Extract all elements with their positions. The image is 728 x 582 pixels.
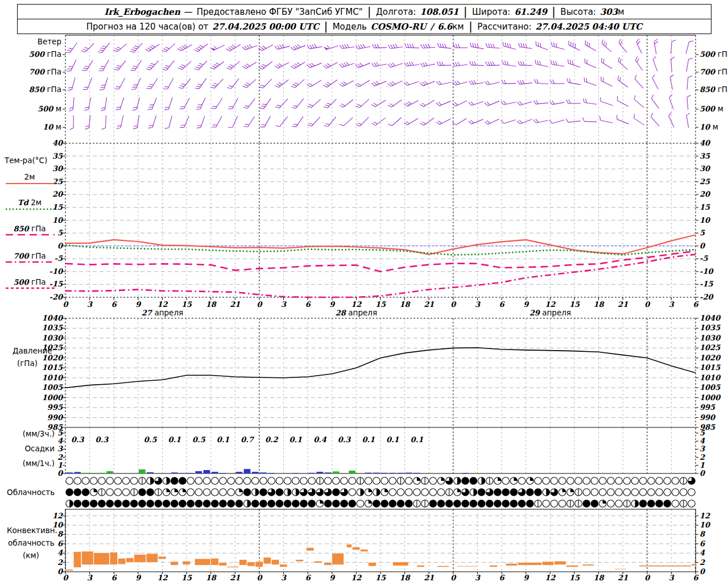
convective-cloud-bar [219, 563, 227, 566]
precipitation-panel: 554433221100(мм/3ч.)Осадки(мм/1ч.)0.30.3… [23, 429, 706, 477]
cloud-cover-symbol [155, 500, 162, 508]
cloud-cover-symbol [268, 500, 275, 508]
convective-cloud-bar [263, 558, 271, 564]
pres-ytick-right: 1035 [700, 323, 721, 332]
precip-3h-amount: 0.3 [71, 435, 85, 444]
cloud-cover-symbol [365, 477, 372, 485]
hour-label: 15 [181, 300, 192, 309]
temp-ytick-left: 5 [57, 228, 63, 237]
precip-3h-amount: 0.1 [411, 435, 424, 444]
cloud-cover-symbol [518, 477, 526, 485]
convective-cloud-bar [518, 563, 541, 566]
bottom-hour-label: 15 [569, 573, 580, 582]
convective-cloud-bar [506, 563, 518, 566]
cloud-cover-symbol [211, 500, 218, 508]
convective-cloud-bar [183, 561, 191, 565]
cloud-cover-symbol [429, 477, 437, 485]
cloud-cover-symbol [98, 500, 106, 508]
precip-bar [171, 472, 178, 473]
convective-cloud-bar [296, 560, 304, 562]
cloud-cover-fill [417, 477, 420, 481]
bottom-hour-label: 0 [63, 573, 69, 582]
convective-title-line: Конвективн. [7, 526, 57, 535]
convective-cloud-bar [271, 560, 279, 565]
precip-title-line: Осадки [24, 444, 55, 453]
convective-cloud-bar [73, 552, 81, 568]
cloud-cover-symbol [187, 500, 195, 508]
cloud-cover-symbol [357, 500, 364, 508]
convective-cloud-bar [437, 566, 449, 567]
bottom-hour-label: 15 [181, 573, 192, 582]
cloud-cover-symbol [607, 489, 615, 496]
cloud-cover-symbol [599, 477, 606, 485]
cloud-cover-symbol [462, 500, 469, 508]
prec-ytick-right: 3 [700, 444, 705, 453]
cloud-cover-symbol [292, 500, 300, 508]
wind-level-label-left: 700 гПа [29, 67, 61, 76]
precip-bar [66, 472, 73, 473]
temp-ytick-right: 15 [700, 203, 710, 211]
wind-level-label-left: 500 гПа [29, 49, 61, 59]
cloud-cover-symbol [114, 500, 122, 508]
temp-ytick-left: -10 [49, 267, 64, 276]
cloud-cover-symbol [437, 489, 445, 496]
pres-ytick-right: 1020 [700, 354, 721, 362]
convective-panel: 121210108866442200Конвективн.облачность(… [7, 512, 711, 576]
bottom-hour-label: 6 [693, 573, 699, 582]
hour-label: 3 [475, 300, 481, 309]
cloud-cover-symbol [284, 500, 291, 508]
cloud-cover-fill [167, 489, 170, 492]
cloud-cover-symbol [179, 477, 187, 485]
precip-bar [220, 473, 226, 473]
cloud-cover-symbol [502, 489, 510, 496]
precip-bar [212, 472, 218, 473]
precip-bar [333, 471, 340, 473]
cloud-cover-fill [175, 489, 178, 492]
wind-level-label-right: 850 гПа [700, 85, 728, 94]
convective-cloud-bar [332, 553, 344, 565]
hour-label: 0 [257, 300, 263, 309]
precip-bar [139, 469, 146, 473]
precip-bar [90, 473, 97, 473]
pressure-unit: (гПа) [17, 359, 38, 368]
conv-ytick-right: 6 [700, 539, 706, 548]
precip-bar [373, 473, 380, 473]
temp-ytick-left: 10 [52, 216, 64, 225]
cloud-cover-symbol [308, 477, 316, 485]
convective-cloud-bar [566, 566, 578, 567]
precip-3h-amount: 0.7 [241, 435, 255, 444]
cloud-cover-symbol [623, 489, 631, 496]
cloud-cover-symbol [543, 477, 550, 485]
hour-label: 18 [593, 300, 605, 309]
cloud-cover-symbol [203, 477, 210, 485]
cloud-cover-symbol [268, 477, 275, 485]
cloud-cover-fill [498, 477, 501, 481]
convective-cloud-bar [126, 558, 134, 562]
conv-ytick-right: 0 [700, 567, 706, 576]
precip-3h-amount: 0.3 [96, 435, 109, 444]
cloud-cover-symbol [211, 477, 218, 485]
precip-bar [252, 472, 259, 473]
pres-ytick-left: 995 [47, 403, 63, 411]
prec-ytick-right: 4 [700, 436, 705, 445]
convective-title-line: облачность [8, 538, 55, 547]
conv-ytick-right: 2 [700, 558, 705, 567]
hour-label: 6 [499, 300, 506, 309]
convective-cloud-bar [211, 558, 219, 565]
cloud-cover-fill [255, 489, 259, 496]
cloud-cover-symbol [122, 489, 130, 496]
cloud-cover-symbol [526, 500, 533, 508]
hour-label: 3 [87, 300, 93, 309]
cloud-cover-fill [635, 500, 638, 508]
cloud-cover-symbol [187, 489, 195, 496]
convective-cloud-bar [227, 567, 239, 568]
temp-ytick-left: 35 [52, 152, 63, 160]
cloud-cover-fill [482, 477, 485, 485]
cloud-cover-symbol [639, 477, 647, 485]
cloud-cover-symbol [235, 477, 243, 485]
precip-bar [365, 473, 372, 473]
cloud-cover-symbol [631, 477, 639, 485]
cloud-cover-symbol [82, 489, 89, 496]
cloud-cover-symbol [688, 500, 696, 508]
bottom-hour-label: 18 [400, 573, 411, 582]
